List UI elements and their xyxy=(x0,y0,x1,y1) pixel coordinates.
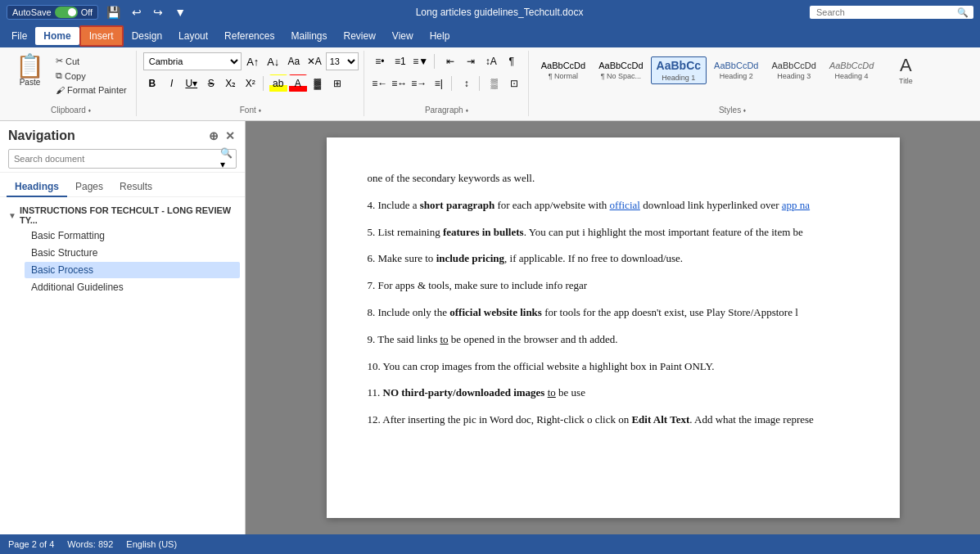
format-painter-button[interactable]: 🖌 Format Painter xyxy=(52,83,131,97)
menu-layout[interactable]: Layout xyxy=(170,27,216,45)
menu-references[interactable]: References xyxy=(216,27,282,45)
shading-para-btn[interactable]: ▒ xyxy=(485,74,504,92)
borders-para-btn[interactable]: ⊡ xyxy=(505,74,523,92)
nav-tab-pages[interactable]: Pages xyxy=(67,178,111,197)
paste-section: 📋 Paste xyxy=(11,52,48,89)
paragraph-expand-icon[interactable]: ⬧ xyxy=(465,106,469,114)
search-icon: 🔍 xyxy=(957,7,969,18)
doc-page: one of the secondary keywords as well. 4… xyxy=(327,137,900,518)
save-icon[interactable]: 💾 xyxy=(103,4,124,20)
status-language: English (US) xyxy=(126,539,177,549)
nav-item-basic-formatting[interactable]: Basic Formatting xyxy=(25,227,240,244)
menu-review[interactable]: Review xyxy=(335,27,383,45)
menu-home[interactable]: Home xyxy=(35,27,79,45)
borders-btn[interactable]: ⊞ xyxy=(328,74,346,92)
underline-button[interactable]: U▾ xyxy=(183,74,201,92)
sort-btn[interactable]: ↕A xyxy=(482,52,500,70)
styles-expand-icon[interactable]: ⬧ xyxy=(743,106,747,114)
font-group: Cambria A↑ A↓ Aa ✕A 13 B I U▾ S X₂ X² xyxy=(138,51,364,116)
menu-help[interactable]: Help xyxy=(422,27,458,45)
style-heading3[interactable]: AaBbCcDd Heading 3 xyxy=(765,58,821,83)
paragraph-label: Paragraph ⬧ xyxy=(366,106,528,115)
menu-view[interactable]: View xyxy=(384,27,422,45)
nav-item-basic-process[interactable]: Basic Process xyxy=(25,262,240,278)
line-spacing-btn[interactable]: ↕ xyxy=(458,74,476,92)
styles-group: AaBbCcDd ¶ Normal AaBbCcDd ¶ No Spac... … xyxy=(531,51,936,116)
paste-icon: 📋 xyxy=(16,55,44,78)
status-page: Page 2 of 4 xyxy=(8,539,54,549)
nav-tab-headings[interactable]: Headings xyxy=(7,178,67,197)
undo-icon[interactable]: ↩ xyxy=(129,4,145,20)
italic-button[interactable]: I xyxy=(163,74,181,92)
increase-indent-btn[interactable]: ⇥ xyxy=(462,52,480,70)
style-heading3-label: Heading 3 xyxy=(777,72,811,80)
search-input[interactable] xyxy=(810,6,973,19)
numbering-btn[interactable]: ≡1 xyxy=(391,52,409,70)
align-left-btn[interactable]: ≡← xyxy=(371,74,389,92)
nav-item-additional-guidelines[interactable]: Additional Guidelines xyxy=(25,279,240,295)
nav-tab-results[interactable]: Results xyxy=(111,178,160,197)
menu-design[interactable]: Design xyxy=(124,27,170,45)
paragraph-group: ≡• ≡1 ≡▼ ⇤ ⇥ ↕A ¶ ≡← ≡↔ ≡→ ≡| ↕ xyxy=(366,51,529,116)
doc-area[interactable]: one of the secondary keywords as well. 4… xyxy=(246,121,980,534)
autosave-badge[interactable]: AutoSave Off xyxy=(7,5,98,20)
clipboard-expand-icon[interactable]: ⬧ xyxy=(88,106,92,114)
menu-insert[interactable]: Insert xyxy=(79,25,124,47)
autosave-toggle[interactable] xyxy=(55,7,78,18)
style-title-label: Title xyxy=(899,77,913,85)
cut-icon: ✂ xyxy=(56,56,63,66)
nav-tree-root[interactable]: ▼ INSTRUCTIONS FOR TECHCULT - LONG REVIE… xyxy=(5,204,240,227)
doc-para-top: one of the secondary keywords as well. xyxy=(368,170,859,187)
justify-btn[interactable]: ≡| xyxy=(430,74,448,92)
menu-mailings[interactable]: Mailings xyxy=(282,27,335,45)
change-case-btn[interactable]: Aa xyxy=(285,52,303,70)
align-right-btn[interactable]: ≡→ xyxy=(410,74,428,92)
style-no-spacing[interactable]: AaBbCcDd ¶ No Spac... xyxy=(593,58,648,83)
cut-button[interactable]: ✂ Cut xyxy=(52,54,131,68)
font-size-select[interactable]: 13 xyxy=(326,52,359,70)
bold-button[interactable]: B xyxy=(143,74,161,92)
font-size-decrease-btn[interactable]: A↓ xyxy=(264,52,282,70)
nav-search-dropdown[interactable]: 🔍▾ xyxy=(220,149,237,169)
copy-button[interactable]: ⧉ Copy xyxy=(52,69,131,83)
bullets-btn[interactable]: ≡• xyxy=(371,52,389,70)
nav-close-icon[interactable]: ✕ xyxy=(224,128,237,144)
strikethrough-button[interactable]: S xyxy=(202,74,220,92)
nav-search-input[interactable] xyxy=(8,149,237,169)
style-normal[interactable]: AaBbCcDd ¶ Normal xyxy=(535,58,591,83)
customize-icon[interactable]: ▼ xyxy=(171,4,189,20)
copy-label: Copy xyxy=(65,71,86,81)
text-highlight-btn[interactable]: ab xyxy=(269,74,287,92)
multilevel-list-btn[interactable]: ≡▼ xyxy=(412,52,430,70)
nav-pin-icon[interactable]: ⊕ xyxy=(207,128,220,144)
style-normal-preview: AaBbCcDd xyxy=(541,61,585,71)
nav-tree-children: Basic Formatting Basic Structure Basic P… xyxy=(25,227,240,295)
nav-root-label: INSTRUCTIONS FOR TECHCULT - LONG REVIEW … xyxy=(20,205,237,225)
style-heading4[interactable]: AaBbCcDd Heading 4 xyxy=(824,58,879,83)
font-family-select[interactable]: Cambria xyxy=(143,52,242,70)
menu-file[interactable]: File xyxy=(3,27,35,45)
paste-button[interactable]: 📋 Paste xyxy=(11,52,48,89)
decrease-indent-btn[interactable]: ⇤ xyxy=(441,52,459,70)
clear-format-btn[interactable]: ✕A xyxy=(305,52,323,70)
doc-para-6: 6. Make sure to include pricing, if appl… xyxy=(368,250,859,268)
subscript-button[interactable]: X₂ xyxy=(222,74,240,92)
nav-title-text: Navigation xyxy=(8,128,75,143)
align-center-btn[interactable]: ≡↔ xyxy=(391,74,409,92)
superscript-button[interactable]: X² xyxy=(242,74,260,92)
redo-icon[interactable]: ↪ xyxy=(150,4,166,20)
style-heading2[interactable]: AaBbCcDd Heading 2 xyxy=(708,58,764,83)
show-hide-btn[interactable]: ¶ xyxy=(503,52,521,70)
font-size-increase-btn[interactable]: A↑ xyxy=(244,52,262,70)
doc-para-12: 12. After inserting the pic in Word doc,… xyxy=(368,412,859,429)
style-title[interactable]: A Title xyxy=(881,52,930,88)
nav-item-basic-structure[interactable]: Basic Structure xyxy=(25,245,240,261)
font-color-btn[interactable]: A xyxy=(289,74,307,92)
font-expand-icon[interactable]: ⬧ xyxy=(258,106,262,114)
style-heading1[interactable]: AaBbCc Heading 1 xyxy=(651,56,707,84)
shading-btn[interactable]: ▓ xyxy=(309,74,327,92)
style-heading3-preview: AaBbCcDd xyxy=(771,61,815,71)
font-label: Font ⬧ xyxy=(138,106,364,115)
status-words: Words: 892 xyxy=(67,539,113,549)
doc-para-8: 8. Include only the official website lin… xyxy=(368,304,859,322)
